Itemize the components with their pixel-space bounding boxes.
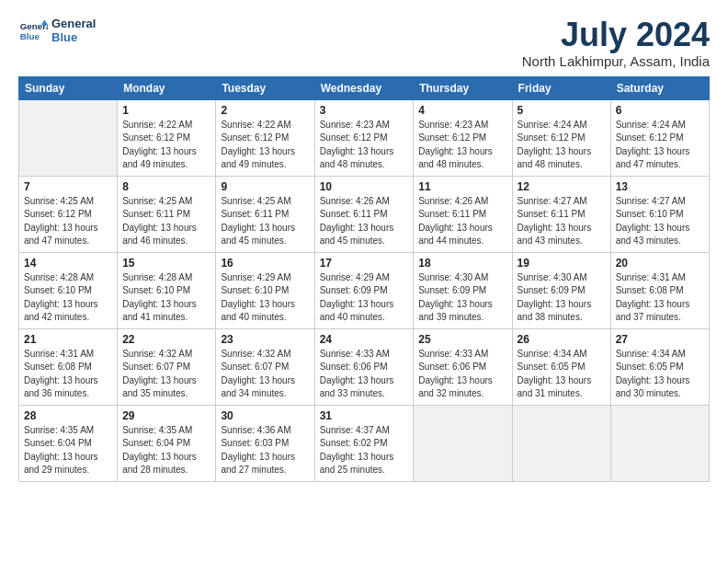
day-info: Sunrise: 4:26 AMSunset: 6:11 PMDaylight:… — [320, 195, 409, 248]
day-number: 13 — [616, 180, 704, 193]
day-number: 2 — [221, 104, 309, 117]
day-cell: 25Sunrise: 4:33 AMSunset: 6:06 PMDayligh… — [414, 328, 512, 405]
week-row-1: 1Sunrise: 4:22 AMSunset: 6:12 PMDaylight… — [19, 99, 710, 176]
day-info: Sunrise: 4:37 AMSunset: 6:02 PMDaylight:… — [320, 424, 409, 477]
day-cell: 18Sunrise: 4:30 AMSunset: 6:09 PMDayligh… — [414, 252, 512, 328]
day-number: 12 — [518, 180, 606, 193]
day-cell: 11Sunrise: 4:26 AMSunset: 6:11 PMDayligh… — [414, 176, 512, 252]
day-info: Sunrise: 4:25 AMSunset: 6:11 PMDaylight:… — [122, 195, 210, 248]
col-header-saturday: Saturday — [610, 76, 709, 99]
week-row-2: 7Sunrise: 4:25 AMSunset: 6:12 PMDaylight… — [19, 176, 710, 252]
day-info: Sunrise: 4:35 AMSunset: 6:04 PMDaylight:… — [122, 424, 210, 477]
day-number: 1 — [122, 104, 210, 117]
day-cell: 23Sunrise: 4:32 AMSunset: 6:07 PMDayligh… — [216, 328, 314, 405]
col-header-friday: Friday — [512, 76, 610, 99]
day-number: 9 — [221, 180, 309, 193]
day-cell: 2Sunrise: 4:22 AMSunset: 6:12 PMDaylight… — [216, 99, 314, 176]
header-row: SundayMondayTuesdayWednesdayThursdayFrid… — [19, 76, 710, 99]
col-header-thursday: Thursday — [414, 76, 512, 99]
col-header-monday: Monday — [118, 76, 216, 99]
day-info: Sunrise: 4:24 AMSunset: 6:12 PMDaylight:… — [616, 119, 704, 172]
day-number: 19 — [518, 257, 606, 270]
day-cell: 31Sunrise: 4:37 AMSunset: 6:02 PMDayligh… — [314, 405, 414, 481]
logo-icon: General Blue — [18, 17, 48, 46]
day-info: Sunrise: 4:33 AMSunset: 6:06 PMDaylight:… — [320, 348, 409, 401]
day-cell: 4Sunrise: 4:23 AMSunset: 6:12 PMDaylight… — [414, 99, 512, 176]
page-container: General Blue General Blue July 2024 Nort… — [0, 0, 728, 491]
day-info: Sunrise: 4:33 AMSunset: 6:06 PMDaylight:… — [418, 348, 506, 401]
logo: General Blue General Blue — [18, 17, 96, 46]
day-cell: 19Sunrise: 4:30 AMSunset: 6:09 PMDayligh… — [512, 252, 610, 328]
day-info: Sunrise: 4:35 AMSunset: 6:04 PMDaylight:… — [24, 424, 112, 477]
col-header-wednesday: Wednesday — [314, 76, 414, 99]
day-cell: 17Sunrise: 4:29 AMSunset: 6:09 PMDayligh… — [314, 252, 414, 328]
day-number: 10 — [320, 180, 409, 193]
day-info: Sunrise: 4:28 AMSunset: 6:10 PMDaylight:… — [24, 271, 112, 325]
day-number: 6 — [616, 104, 704, 117]
day-info: Sunrise: 4:32 AMSunset: 6:07 PMDaylight:… — [221, 348, 309, 401]
day-info: Sunrise: 4:31 AMSunset: 6:08 PMDaylight:… — [616, 271, 704, 325]
day-cell: 7Sunrise: 4:25 AMSunset: 6:12 PMDaylight… — [19, 176, 118, 252]
day-info: Sunrise: 4:30 AMSunset: 6:09 PMDaylight:… — [518, 271, 606, 325]
day-cell: 20Sunrise: 4:31 AMSunset: 6:08 PMDayligh… — [610, 252, 709, 328]
day-info: Sunrise: 4:30 AMSunset: 6:09 PMDaylight:… — [418, 271, 506, 325]
day-number: 11 — [418, 180, 506, 193]
day-info: Sunrise: 4:22 AMSunset: 6:12 PMDaylight:… — [221, 119, 309, 172]
day-number: 21 — [24, 333, 112, 346]
day-info: Sunrise: 4:34 AMSunset: 6:05 PMDaylight:… — [518, 348, 606, 401]
day-number: 29 — [122, 409, 210, 422]
day-info: Sunrise: 4:24 AMSunset: 6:12 PMDaylight:… — [518, 119, 606, 172]
day-cell: 8Sunrise: 4:25 AMSunset: 6:11 PMDaylight… — [118, 176, 216, 252]
logo-line2: Blue — [51, 31, 96, 45]
day-cell: 29Sunrise: 4:35 AMSunset: 6:04 PMDayligh… — [118, 405, 216, 481]
day-number: 27 — [616, 333, 704, 346]
day-cell — [512, 405, 610, 481]
day-number: 20 — [616, 257, 704, 270]
day-info: Sunrise: 4:23 AMSunset: 6:12 PMDaylight:… — [320, 119, 409, 172]
day-cell: 5Sunrise: 4:24 AMSunset: 6:12 PMDaylight… — [512, 99, 610, 176]
day-number: 14 — [24, 257, 112, 270]
day-cell: 10Sunrise: 4:26 AMSunset: 6:11 PMDayligh… — [314, 176, 414, 252]
day-cell: 27Sunrise: 4:34 AMSunset: 6:05 PMDayligh… — [610, 328, 709, 405]
day-cell: 9Sunrise: 4:25 AMSunset: 6:11 PMDaylight… — [216, 176, 314, 252]
day-cell — [19, 99, 118, 176]
day-info: Sunrise: 4:26 AMSunset: 6:11 PMDaylight:… — [418, 195, 506, 248]
day-number: 30 — [221, 409, 309, 422]
day-number: 24 — [320, 333, 409, 346]
week-row-5: 28Sunrise: 4:35 AMSunset: 6:04 PMDayligh… — [19, 405, 710, 481]
day-cell: 13Sunrise: 4:27 AMSunset: 6:10 PMDayligh… — [610, 176, 709, 252]
day-number: 3 — [320, 104, 409, 117]
day-info: Sunrise: 4:31 AMSunset: 6:08 PMDaylight:… — [24, 348, 112, 401]
day-cell — [610, 405, 709, 481]
day-info: Sunrise: 4:23 AMSunset: 6:12 PMDaylight:… — [418, 119, 506, 172]
svg-text:Blue: Blue — [20, 31, 40, 41]
day-number: 22 — [122, 333, 210, 346]
day-number: 31 — [320, 409, 409, 422]
day-cell: 3Sunrise: 4:23 AMSunset: 6:12 PMDaylight… — [314, 99, 414, 176]
day-cell: 14Sunrise: 4:28 AMSunset: 6:10 PMDayligh… — [19, 252, 118, 328]
col-header-sunday: Sunday — [19, 76, 118, 99]
week-row-3: 14Sunrise: 4:28 AMSunset: 6:10 PMDayligh… — [19, 252, 710, 328]
logo-line1: General — [51, 17, 96, 31]
day-cell: 30Sunrise: 4:36 AMSunset: 6:03 PMDayligh… — [216, 405, 314, 481]
day-cell — [414, 405, 512, 481]
logo-text-block: General Blue — [51, 17, 96, 45]
day-info: Sunrise: 4:29 AMSunset: 6:10 PMDaylight:… — [221, 271, 309, 325]
day-info: Sunrise: 4:29 AMSunset: 6:09 PMDaylight:… — [320, 271, 409, 325]
day-info: Sunrise: 4:34 AMSunset: 6:05 PMDaylight:… — [616, 348, 704, 401]
day-number: 18 — [418, 257, 506, 270]
day-number: 7 — [24, 180, 112, 193]
day-cell: 16Sunrise: 4:29 AMSunset: 6:10 PMDayligh… — [216, 252, 314, 328]
day-number: 25 — [418, 333, 506, 346]
day-info: Sunrise: 4:28 AMSunset: 6:10 PMDaylight:… — [122, 271, 210, 325]
day-number: 23 — [221, 333, 309, 346]
day-cell: 24Sunrise: 4:33 AMSunset: 6:06 PMDayligh… — [314, 328, 414, 405]
title-block: July 2024 North Lakhimpur, Assam, India — [522, 17, 710, 69]
day-cell: 12Sunrise: 4:27 AMSunset: 6:11 PMDayligh… — [512, 176, 610, 252]
header: General Blue General Blue July 2024 Nort… — [18, 17, 710, 69]
day-info: Sunrise: 4:36 AMSunset: 6:03 PMDaylight:… — [221, 424, 309, 477]
day-info: Sunrise: 4:27 AMSunset: 6:10 PMDaylight:… — [616, 195, 704, 248]
day-cell: 21Sunrise: 4:31 AMSunset: 6:08 PMDayligh… — [19, 328, 118, 405]
day-number: 4 — [418, 104, 506, 117]
day-number: 8 — [122, 180, 210, 193]
